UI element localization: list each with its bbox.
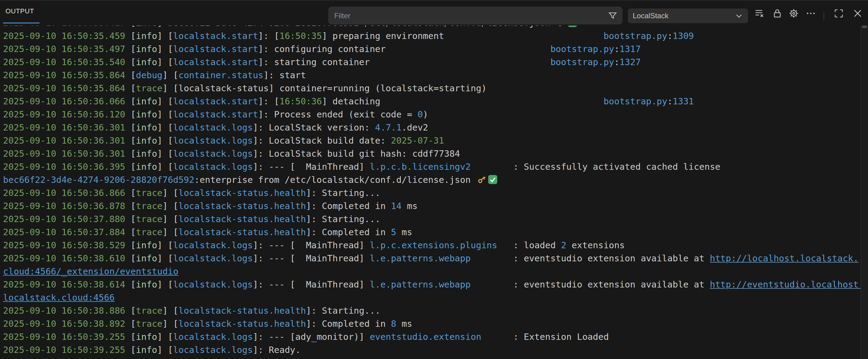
log-text: container.status bbox=[178, 70, 263, 80]
log-line: 2025-09-10 16:50:36.066 [info] [localsta… bbox=[3, 95, 861, 108]
log-text: ] [ bbox=[157, 109, 173, 120]
log-text: : eventstudio extension available at bbox=[470, 279, 710, 290]
log-text: trace bbox=[136, 201, 162, 211]
log-line: 2025-09-10 16:50:36.301 [info] [localsta… bbox=[3, 134, 861, 147]
log-text: 14 bbox=[391, 201, 402, 211]
log-text: localstack.start bbox=[173, 96, 258, 106]
log-text: bec66f22-3d4e-4274-9206-28820f76d592 bbox=[3, 175, 194, 185]
log-text: localstack.logs bbox=[173, 149, 253, 159]
log-text: ] [ bbox=[157, 332, 173, 342]
log-text: localstack-status.health bbox=[178, 227, 306, 237]
log-text: ] [ bbox=[157, 345, 173, 355]
log-text: ]: [ bbox=[258, 31, 279, 41]
log-text: info bbox=[136, 149, 157, 159]
log-text: ]: LocalStack version: bbox=[253, 122, 375, 133]
log-line: 2025-09-10 16:50:38.614 [info] [localsta… bbox=[3, 278, 861, 291]
log-text: 2025-09-10 16:50:36.301 bbox=[3, 122, 130, 133]
log-text: : bbox=[614, 44, 619, 54]
log-text: : bbox=[614, 57, 619, 67]
log-text: ] [ bbox=[157, 96, 173, 106]
scrollbar-track[interactable] bbox=[861, 25, 868, 359]
log-text: 1309 bbox=[673, 31, 694, 41]
log-text: localstack.logs bbox=[173, 240, 253, 250]
log-text: [ bbox=[130, 135, 136, 146]
log-text: ] detaching bbox=[322, 96, 380, 106]
channel-select[interactable]: LocalStack bbox=[628, 8, 748, 23]
log-text: ) bbox=[423, 109, 428, 120]
log-text: [ bbox=[130, 332, 136, 342]
log-text: : bbox=[668, 96, 673, 106]
channel-select-value: LocalStack bbox=[633, 11, 668, 20]
log-text: 2025-09-10 16:50:36.866 bbox=[3, 188, 130, 198]
log-text: [ bbox=[130, 214, 136, 224]
log-line: 2025-09-10 16:50:36.395 [info] [localsta… bbox=[3, 160, 861, 173]
log-text: [ bbox=[130, 31, 136, 41]
filter-input[interactable] bbox=[334, 7, 602, 25]
log-text: 2025-09-10 16:50:36.120 bbox=[3, 109, 130, 120]
log-text: localstack.logs bbox=[173, 162, 253, 172]
log-text: [ bbox=[130, 44, 136, 54]
log-text: bootstrap.py bbox=[603, 96, 668, 106]
tab-output[interactable]: OUTPUT bbox=[5, 7, 34, 15]
log-text: bootstrap.py bbox=[550, 57, 614, 67]
log-link[interactable]: http://localhost.localstack. bbox=[710, 253, 859, 263]
check-icon bbox=[488, 174, 498, 185]
log-text: info bbox=[136, 162, 157, 172]
log-text: ] [ bbox=[162, 201, 178, 211]
log-text: ]: [ bbox=[258, 96, 279, 106]
log-text: 2025-09-10 16:50:35.459 bbox=[3, 31, 130, 41]
log-text: ] [ bbox=[157, 149, 173, 159]
log-text: [ bbox=[130, 227, 136, 237]
log-text: ]: Starting... bbox=[306, 305, 380, 316]
log-link[interactable]: localstack.cloud:4566 bbox=[3, 292, 115, 303]
log-text: info bbox=[136, 122, 157, 133]
log-text: .dev2 bbox=[402, 122, 428, 133]
log-text: ms bbox=[402, 201, 417, 211]
log-text: 2025-07-31 bbox=[391, 135, 444, 146]
log-text: ]: --- [ MainThread] bbox=[253, 253, 370, 263]
log-text: info bbox=[136, 240, 157, 250]
lock-icon[interactable] bbox=[772, 8, 783, 19]
log-text: 2025-09-10 16:50:38.614 bbox=[3, 279, 130, 290]
log-link[interactable]: cloud:4566/_extension/eventstudio bbox=[3, 266, 178, 276]
log-line: 2025-09-10 16:50:35.864 [debug] [contain… bbox=[3, 69, 861, 82]
log-text: localstack-status.health bbox=[178, 188, 306, 198]
log-text: ] [ bbox=[157, 240, 173, 250]
log-line: cloud:4566/_extension/eventstudio bbox=[3, 265, 861, 278]
log-text: :enterprise from /etc/localstack/conf.d/… bbox=[194, 175, 476, 185]
log-text: localstack.start bbox=[173, 44, 258, 54]
log-text: 2 bbox=[561, 240, 566, 250]
log-text: : Extension Loaded bbox=[481, 332, 609, 342]
log-text: 2025-09-10 16:50:38.529 bbox=[3, 240, 130, 250]
log-text: l.e.patterns.webapp bbox=[370, 279, 471, 290]
log-text: l.p.c.extensions.plugins bbox=[370, 240, 497, 250]
log-line: 2025-09-10 16:50:36.301 [info] [localsta… bbox=[3, 147, 861, 160]
log-text: info bbox=[136, 57, 157, 67]
log-text: : eventstudio extension available at bbox=[470, 253, 710, 263]
log-text: ] [ bbox=[162, 188, 178, 198]
close-panel-icon[interactable] bbox=[852, 8, 863, 19]
log-text: ]: starting container bbox=[258, 57, 370, 67]
log-text: bootstrap.py bbox=[603, 31, 668, 41]
more-actions-icon[interactable] bbox=[805, 8, 816, 19]
log-text: localstack.start bbox=[173, 109, 258, 120]
log-text bbox=[385, 44, 550, 54]
log-text: 0 bbox=[417, 109, 423, 120]
maximize-panel-icon[interactable] bbox=[833, 8, 844, 19]
log-text: : loaded bbox=[497, 240, 561, 250]
log-line: 2025-09-10 16:50:38.529 [info] [localsta… bbox=[3, 239, 861, 252]
log-text: 2025-09-10 16:50:37.884 bbox=[3, 227, 130, 237]
clear-output-icon[interactable] bbox=[754, 8, 765, 19]
log-line: 2025-09-10 16:50:39.255 [info] [localsta… bbox=[3, 330, 861, 344]
log-text: 1331 bbox=[673, 96, 694, 106]
log-text: 1317 bbox=[619, 44, 641, 54]
log-text: localstack-status.health bbox=[178, 319, 306, 329]
log-link[interactable]: http://eventstudio.localhost. bbox=[710, 279, 864, 290]
log-text: 2025-09-10 16:50:36.395 bbox=[3, 162, 130, 172]
gear-icon[interactable] bbox=[788, 8, 799, 19]
active-tab-indicator bbox=[3, 23, 39, 24]
log-text: : bbox=[668, 31, 673, 41]
log-text: info bbox=[136, 279, 157, 290]
log-text: ]: --- [ MainThread] bbox=[253, 279, 370, 290]
log-text: localstack.logs bbox=[173, 253, 253, 263]
